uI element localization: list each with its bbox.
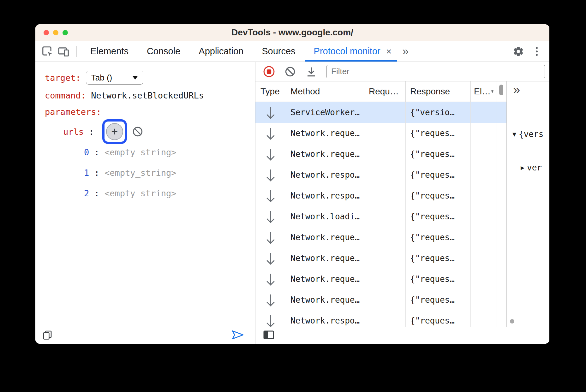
table-row[interactable]: Network.reque… {"reques… (255, 289, 506, 310)
response-cell: {"reques… (406, 144, 471, 164)
method-cell: Network.reque… (286, 144, 365, 164)
annotation-highlight: + (102, 119, 127, 144)
record-button[interactable] (263, 66, 275, 78)
table-row[interactable]: Network.reque… {"reques… (255, 248, 506, 269)
tree-item-label: ver (527, 163, 542, 172)
close-tab-icon[interactable]: × (386, 47, 392, 56)
response-cell: {"reques… (406, 206, 471, 227)
url-entry-row[interactable]: 0 : <empty_string> (84, 147, 176, 157)
expand-sidebar-button[interactable]: » (513, 82, 520, 97)
received-event-icon (270, 294, 271, 305)
monitor-toolbar (255, 62, 549, 81)
url-entry-value[interactable]: <empty_string> (105, 168, 176, 178)
target-select[interactable]: Tab () (86, 71, 143, 85)
tree-item[interactable]: ▾ {vers (512, 127, 549, 141)
command-key: command: (45, 91, 86, 100)
triangle-right-icon[interactable]: ▸ (521, 163, 524, 172)
hide-panel-icon (263, 330, 274, 340)
table-row[interactable]: Network.respo… {"reques… (255, 164, 506, 185)
add-url-button[interactable]: + (106, 123, 123, 140)
method-cell: Network.respo… (286, 310, 365, 327)
target-row: target: Tab () (45, 71, 143, 85)
sidebar-scrollbar-thumb[interactable] (510, 319, 514, 324)
received-event-icon (270, 190, 271, 201)
triangle-down-icon[interactable]: ▾ (512, 130, 516, 139)
command-value[interactable]: Network.setBlockedURLs (91, 91, 204, 100)
device-toolbar-button[interactable] (57, 45, 71, 58)
received-event-icon (270, 107, 271, 118)
clear-icon (284, 66, 296, 77)
protocol-monitor-panel: Type Method Requ… Response El… ServiceWo… (255, 62, 549, 327)
column-header-response[interactable]: Response (406, 81, 471, 102)
tab-protocol-monitor-label: Protocol monitor (314, 46, 380, 56)
record-stop-icon (263, 66, 275, 78)
received-event-icon (270, 169, 271, 180)
target-key: target: (45, 73, 81, 83)
table-row[interactable]: Network.reque… {"reques… (255, 123, 506, 144)
tab-elements[interactable]: Elements (81, 41, 138, 62)
protocol-table: Type Method Requ… Response El… ServiceWo… (255, 81, 507, 327)
received-event-icon (270, 315, 271, 326)
tabbar-right-controls (511, 41, 549, 62)
toggle-editor-panel-button[interactable] (263, 330, 274, 342)
tab-application[interactable]: Application (189, 41, 253, 62)
sort-ascending-icon (491, 87, 494, 96)
received-event-icon (270, 232, 271, 243)
tab-console[interactable]: Console (138, 41, 189, 62)
response-cell: {"reques… (406, 269, 471, 289)
table-scrollbar-thumb[interactable] (499, 85, 503, 95)
table-row[interactable]: ServiceWorker… {"versio… (255, 102, 506, 123)
inspect-cursor-icon (41, 45, 53, 57)
command-row: command: Network.setBlockedURLs (45, 91, 204, 100)
vertical-dots-icon (535, 46, 538, 56)
maximize-window-button[interactable] (63, 30, 68, 35)
table-body: ServiceWorker… {"versio… Network.reque… … (255, 102, 506, 327)
column-header-request[interactable]: Requ… (365, 81, 406, 102)
column-header-type[interactable]: Type (255, 81, 286, 102)
more-options-button[interactable] (530, 45, 544, 58)
delete-parameter-button[interactable] (132, 126, 143, 137)
table-row[interactable]: Network.loadi… {"reques… (255, 206, 506, 227)
filter-input[interactable] (326, 65, 545, 78)
url-entry-row[interactable]: 2 : <empty_string> (84, 188, 176, 198)
window-title: DevTools - www.google.com/ (231, 27, 353, 38)
more-tabs-button[interactable]: » (397, 41, 414, 62)
column-header-elapsed[interactable]: El… (471, 81, 497, 102)
url-entry-value[interactable]: <empty_string> (105, 147, 176, 157)
minimize-window-button[interactable] (53, 30, 58, 35)
method-cell: Network.reque… (286, 123, 365, 144)
protocol-editor-panel: target: Tab () command: Network.setBlock… (35, 62, 255, 327)
download-icon (306, 66, 317, 77)
table-header: Type Method Requ… Response El… (255, 81, 506, 102)
save-button[interactable] (305, 66, 317, 78)
response-cell: {"reques… (406, 164, 471, 185)
titlebar: DevTools - www.google.com/ (35, 24, 549, 41)
target-select-value: Tab () (91, 73, 112, 83)
table-row[interactable]: Network.reque… {"reques… (255, 227, 506, 248)
clear-button[interactable] (284, 66, 296, 78)
received-event-icon (270, 128, 271, 139)
tabbar-tool-icons (35, 41, 74, 62)
tab-sources[interactable]: Sources (253, 41, 304, 62)
url-entry-value[interactable]: <empty_string> (105, 188, 176, 198)
copy-command-button[interactable] (42, 330, 52, 341)
column-header-method[interactable]: Method (286, 81, 365, 102)
tree-item-label: {vers (519, 129, 543, 139)
response-cell: {"reques… (406, 248, 471, 269)
panel-tabs: Elements Console Application Sources Pro… (81, 41, 414, 62)
response-cell: {"reques… (406, 185, 471, 206)
table-row[interactable]: Network.respo… {"reques… (255, 310, 506, 327)
table-row[interactable]: Network.reque… {"reques… (255, 144, 506, 164)
table-row[interactable]: Network.respo… {"reques… (255, 185, 506, 206)
tab-protocol-monitor[interactable]: Protocol monitor × (305, 41, 398, 62)
table-row[interactable]: Network.reque… {"reques… (255, 269, 506, 289)
method-cell: Network.loadi… (286, 206, 365, 227)
monitor-body: Type Method Requ… Response El… ServiceWo… (255, 81, 549, 327)
close-window-button[interactable] (44, 30, 49, 35)
url-entry-row[interactable]: 1 : <empty_string> (84, 168, 176, 178)
block-icon (132, 126, 143, 137)
inspect-element-button[interactable] (40, 45, 54, 58)
send-command-button[interactable] (231, 330, 244, 342)
tree-item[interactable]: ▸ ver (512, 160, 549, 175)
settings-button[interactable] (511, 45, 525, 58)
